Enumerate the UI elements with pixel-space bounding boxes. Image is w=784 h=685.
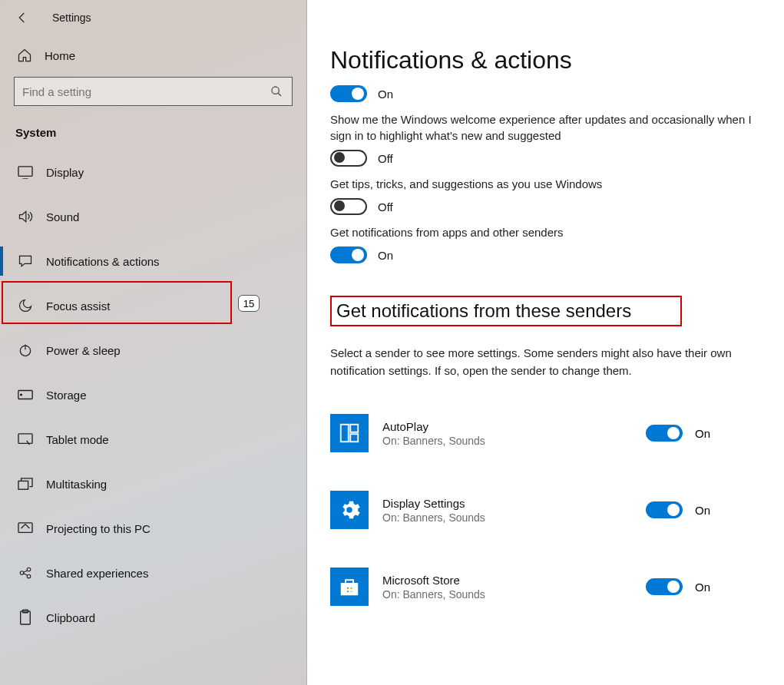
sender-row-autoplay[interactable]: AutoPlay On: Banners, Sounds On [330,401,753,465]
svg-rect-13 [341,425,349,442]
sidebar-section-label: System [15,126,306,139]
sender-row-store[interactable]: Microsoft Store On: Banners, Sounds On [330,554,753,619]
moon-icon [18,298,33,313]
shared-icon [17,566,34,580]
svg-rect-11 [21,611,31,624]
sidebar-item-notifications[interactable]: Notifications & actions [0,239,306,283]
sender-sub: On: Banners, Sounds [382,588,646,601]
sidebar-item-label: Storage [46,389,87,402]
home-icon [17,48,32,63]
tablet-icon [17,432,34,446]
window-title: Settings [52,12,91,24]
sidebar-item-label: Shared experiences [46,567,148,580]
sidebar-item-focus[interactable]: Focus assist [0,283,306,328]
sender-toggle-autoplay[interactable] [646,425,683,442]
sidebar-item-label: Clipboard [46,611,95,624]
sender-row-display[interactable]: Display Settings On: Banners, Sounds On [330,478,753,542]
sidebar-item-tablet[interactable]: Tablet mode [0,417,306,462]
home-label: Home [45,49,75,62]
svg-rect-14 [350,425,358,432]
back-button[interactable] [14,9,31,26]
toggle-state-label: Off [378,152,393,165]
search-icon [270,85,283,98]
power-icon [18,342,33,358]
sidebar-item-label: Multitasking [46,478,107,491]
autoplay-icon [330,414,369,452]
sidebar-item-multitasking[interactable]: Multitasking [0,462,306,506]
svg-rect-19 [346,590,349,593]
svg-rect-5 [18,434,32,444]
main-content: Notifications & actions On Show me the W… [307,0,784,685]
senders-heading: Get notifications from these senders [336,300,676,322]
home-nav-item[interactable]: Home [0,34,306,77]
projecting-icon [17,521,34,535]
sidebar-item-storage[interactable]: Storage [0,372,306,417]
title-bar: Settings [0,6,306,34]
search-box[interactable] [14,77,293,106]
svg-point-16 [346,507,352,513]
annotation-highlight-heading: Get notifications from these senders [330,296,682,326]
sidebar-item-label: Projecting to this PC [46,522,151,535]
toggle-master[interactable] [330,85,367,102]
sidebar: Settings Home System Display Sound Notif… [0,0,307,685]
sender-name: AutoPlay [382,420,646,433]
sidebar-item-display[interactable]: Display [0,150,306,194]
sender-sub: On: Banners, Sounds [382,435,646,447]
sidebar-item-shared[interactable]: Shared experiences [0,551,306,595]
toggle-state-label: On [695,504,710,517]
sender-name: Display Settings [382,497,646,510]
store-icon [330,568,369,606]
multitasking-icon [17,477,34,491]
toggle-state-label: On [695,427,710,440]
toggle-state-label: On [378,249,393,262]
svg-point-8 [20,571,24,575]
display-icon [17,165,34,179]
toggle-state-label: On [378,88,393,101]
gear-icon [330,491,369,529]
svg-point-9 [27,568,31,571]
svg-rect-20 [350,590,353,593]
svg-rect-17 [346,587,349,590]
sidebar-item-label: Display [46,166,84,179]
sender-sub: On: Banners, Sounds [382,511,646,524]
sender-toggle-display[interactable] [646,501,683,518]
sound-icon [17,209,34,224]
svg-point-0 [272,87,279,94]
svg-rect-18 [350,587,353,590]
storage-icon [17,389,34,401]
chat-icon [17,253,34,269]
toggle-state-label: On [695,581,710,594]
sender-toggle-store[interactable] [646,578,683,595]
sidebar-item-power[interactable]: Power & sleep [0,328,306,372]
svg-rect-6 [18,481,28,489]
toggle-desc: Get notifications from apps and other se… [330,224,753,240]
sidebar-item-label: Power & sleep [46,344,121,357]
toggle-state-label: Off [378,200,393,213]
toggle-welcome[interactable] [330,150,367,167]
clipboard-icon [18,609,32,626]
toggle-tips[interactable] [330,198,367,215]
sidebar-item-clipboard[interactable]: Clipboard [0,595,306,640]
search-input[interactable] [22,85,269,98]
sidebar-item-projecting[interactable]: Projecting to this PC [0,506,306,551]
senders-desc: Select a sender to see more settings. So… [330,345,753,379]
sidebar-item-label: Tablet mode [46,433,109,446]
page-title: Notifications & actions [330,46,753,74]
sidebar-item-label: Sound [46,210,79,223]
arrow-left-icon [15,11,29,25]
sidebar-item-label: Notifications & actions [46,255,160,268]
sidebar-item-label: Focus assist [46,299,110,313]
toggle-apps[interactable] [330,247,367,263]
sidebar-item-sound[interactable]: Sound [0,194,306,239]
sender-name: Microsoft Store [382,574,646,587]
toggle-desc: Show me the Windows welcome experience a… [330,111,753,144]
toggle-desc: Get tips, tricks, and suggestions as you… [330,176,753,192]
svg-point-4 [21,394,22,395]
svg-rect-1 [18,167,32,177]
svg-rect-15 [350,434,358,442]
svg-point-10 [27,574,31,578]
